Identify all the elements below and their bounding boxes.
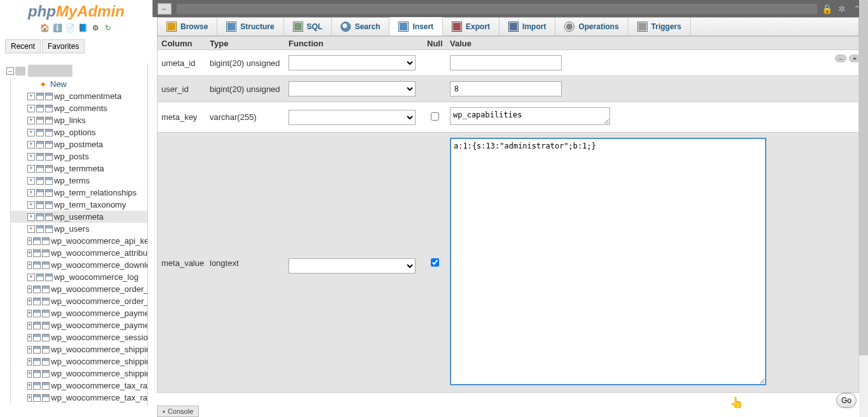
new-table-item[interactable]: ✦ New <box>11 78 147 90</box>
expand-icon[interactable]: + <box>27 346 32 354</box>
expand-icon[interactable]: + <box>27 129 35 136</box>
value-input-user-id[interactable] <box>450 81 562 96</box>
function-select-meta-value[interactable] <box>288 258 416 274</box>
table-icon <box>36 274 44 281</box>
sidebar-table-wp_commentmeta[interactable]: +wp_commentmeta <box>11 90 147 102</box>
null-checkbox-meta-value[interactable] <box>431 258 439 267</box>
db-root[interactable]: – <box>1 63 147 78</box>
sidebar-table-wp_woocommerce_order_[interactable]: +wp_woocommerce_order_ <box>11 283 147 295</box>
sidebar-table-wp_woocommerce_tax_rat[interactable]: +wp_woocommerce_tax_rat <box>11 380 147 392</box>
scrollbar-thumb[interactable] <box>859 0 868 355</box>
table-label: wp_woocommerce_attribu <box>51 248 147 258</box>
expand-icon[interactable]: + <box>27 177 35 185</box>
help-icon[interactable]: ℹ️ <box>52 23 62 33</box>
expand-icon[interactable]: + <box>27 298 32 305</box>
sidebar-table-wp_posts[interactable]: +wp_posts <box>11 150 147 162</box>
tab-insert[interactable]: Insert <box>390 17 443 36</box>
expand-icon[interactable]: + <box>27 261 32 269</box>
sidebar-table-wp_woocommerce_downlo[interactable]: +wp_woocommerce_downlo <box>11 259 147 271</box>
sidebar-table-wp_term_relationships[interactable]: +wp_term_relationships <box>11 187 147 199</box>
sidebar-table-wp_woocommerce_api_ke[interactable]: +wp_woocommerce_api_ke <box>11 235 147 247</box>
expand-icon[interactable]: + <box>27 274 35 281</box>
table-icon <box>42 237 50 245</box>
sidebar-table-wp_woocommerce_sessio[interactable]: +wp_woocommerce_sessio <box>11 331 147 343</box>
console-toggle[interactable]: ▪ Console <box>157 406 199 417</box>
reload-icon[interactable]: ↻ <box>103 23 113 33</box>
value-textarea-meta-key[interactable]: <span class="spellerr"></span> <box>450 107 610 125</box>
sidebar-table-wp_woocommerce_attribu[interactable]: +wp_woocommerce_attribu <box>11 247 147 259</box>
sidebar-table-wp_postmeta[interactable]: +wp_postmeta <box>11 138 147 150</box>
expand-icon[interactable]: + <box>27 394 32 402</box>
expand-icon[interactable]: + <box>27 286 32 293</box>
gear-icon[interactable]: ✲ <box>836 3 848 15</box>
expand-icon[interactable]: + <box>27 382 32 390</box>
expand-icon[interactable]: + <box>27 370 32 378</box>
expand-icon[interactable]: + <box>27 165 35 173</box>
database-name <box>28 65 72 77</box>
sidebar-table-wp_terms[interactable]: +wp_terms <box>11 175 147 187</box>
settings-icon[interactable]: ⚙ <box>90 23 100 33</box>
expand-icon[interactable]: + <box>27 322 32 329</box>
function-select-umeta-id[interactable] <box>288 55 416 70</box>
expand-icon[interactable]: + <box>27 189 35 197</box>
sidebar-table-wp_woocommerce_log[interactable]: +wp_woocommerce_log <box>11 271 147 283</box>
sidebar-table-wp_woocommerce_shippir[interactable]: +wp_woocommerce_shippir <box>11 355 147 367</box>
expand-icon[interactable]: + <box>27 334 32 341</box>
table-icon <box>45 274 53 281</box>
sidebar-table-wp_woocommerce_payme[interactable]: +wp_woocommerce_payme <box>11 307 147 319</box>
sidebar-table-wp_termmeta[interactable]: +wp_termmeta <box>11 162 147 175</box>
tab-structure[interactable]: Structure <box>217 18 283 36</box>
expand-icon[interactable]: + <box>27 141 35 149</box>
value-input-umeta-id[interactable] <box>450 55 562 70</box>
expand-icon[interactable]: + <box>27 105 35 112</box>
row-meta-value: meta_value longtext <box>157 133 859 393</box>
sql-icon[interactable]: 📄 <box>65 23 75 33</box>
docs-icon[interactable]: 📘 <box>78 23 88 33</box>
tab-triggers[interactable]: Triggers <box>628 18 691 36</box>
tab-operations[interactable]: Operations <box>555 18 628 36</box>
sidebar-table-wp_users[interactable]: +wp_users <box>11 223 147 235</box>
table-label: wp_options <box>54 128 96 137</box>
sidebar-table-wp_term_taxonomy[interactable]: +wp_term_taxonomy <box>11 199 147 211</box>
sidebar-table-wp_woocommerce_shippir[interactable]: +wp_woocommerce_shippir <box>11 367 147 380</box>
tab-browse[interactable]: Browse <box>158 18 217 36</box>
sidebar-table-wp_usermeta[interactable]: +wp_usermeta <box>11 211 147 223</box>
table-icon <box>42 370 50 378</box>
lock-icon[interactable]: 🔒 <box>821 3 832 15</box>
expand-icon[interactable]: + <box>27 201 35 209</box>
sidebar-table-wp_woocommerce_payme[interactable]: +wp_woocommerce_payme <box>11 319 147 331</box>
insert-icon <box>398 22 409 32</box>
expand-icon[interactable]: + <box>27 213 35 221</box>
expand-icon[interactable]: + <box>27 153 35 161</box>
expand-icon[interactable]: + <box>27 310 32 317</box>
expand-icon[interactable]: + <box>27 358 32 366</box>
recent-button[interactable]: Recent <box>5 39 41 53</box>
tab-import[interactable]: Import <box>499 18 555 36</box>
function-select-meta-key[interactable] <box>288 110 416 125</box>
expand-icon[interactable]: + <box>27 117 35 124</box>
sidebar-table-wp_woocommerce_shippir[interactable]: +wp_woocommerce_shippir <box>11 343 147 355</box>
sidebar-table-wp_woocommerce_tax_rat[interactable]: +wp_woocommerce_tax_rat <box>11 392 147 404</box>
sidebar-table-wp_woocommerce_order_[interactable]: +wp_woocommerce_order_ <box>11 295 147 307</box>
favorites-button[interactable]: Favorites <box>42 39 85 53</box>
sidebar-table-wp_links[interactable]: +wp_links <box>11 114 147 126</box>
go-button[interactable]: Go <box>836 393 857 408</box>
value-textarea-meta-value[interactable] <box>450 138 766 385</box>
new-icon: ✦ <box>39 80 48 89</box>
function-select-user-id[interactable] <box>288 81 416 96</box>
sidebar-table-wp_comments[interactable]: +wp_comments <box>11 102 147 114</box>
back-button[interactable]: ← <box>158 3 172 15</box>
expand-icon[interactable]: + <box>27 249 32 257</box>
table-icon <box>33 358 41 366</box>
expand-icon[interactable]: + <box>27 93 35 100</box>
expand-icon[interactable]: + <box>27 225 35 233</box>
tab-export[interactable]: Export <box>443 18 499 36</box>
home-icon[interactable]: 🏠 <box>39 23 50 33</box>
collapse-icon[interactable]: – <box>6 67 14 75</box>
expand-icon[interactable]: + <box>27 237 32 245</box>
sidebar-table-wp_options[interactable]: +wp_options <box>11 126 147 138</box>
tab-search[interactable]: Search <box>332 18 390 36</box>
tab-sql[interactable]: SQL <box>284 18 332 36</box>
null-checkbox-meta-key[interactable] <box>431 112 439 121</box>
table-label: wp_woocommerce_tax_rat <box>51 381 148 390</box>
